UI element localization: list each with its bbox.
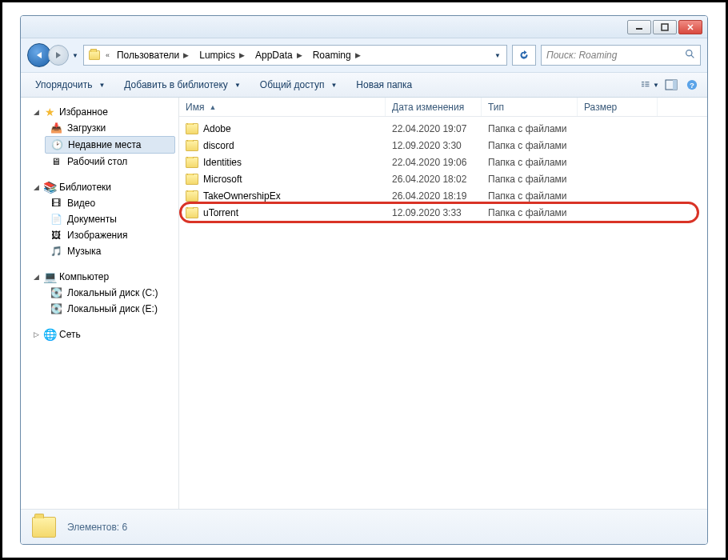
column-label: Размер [584, 102, 617, 113]
search-input[interactable]: Поиск: Roaming [541, 45, 701, 66]
dropdown-icon: ▼ [330, 82, 337, 89]
sidebar-item-label: Документы [67, 214, 117, 225]
table-row[interactable]: discord12.09.2020 3:30Папка с файлами [179, 137, 707, 154]
folder-icon [186, 190, 198, 202]
sidebar-item-label: Музыка [67, 246, 101, 257]
navigation-bar: ▼ « Пользователи▶ Lumpics▶ AppData▶ Roam… [21, 38, 707, 72]
column-name[interactable]: Имя▲ [179, 98, 386, 116]
minimize-button[interactable] [627, 20, 651, 34]
rows-container: Adobe22.04.2020 19:07Папка с файламиdisc… [179, 117, 707, 509]
share-button[interactable]: Общий доступ▼ [252, 76, 346, 94]
refresh-button[interactable] [512, 45, 536, 66]
svg-rect-5 [642, 84, 644, 85]
cell-type: Папка с файлами [482, 157, 578, 168]
disclosure-icon: ◢ [32, 273, 40, 281]
file-name: Microsoft [203, 174, 242, 185]
column-label: Имя [186, 102, 204, 113]
sidebar-item-music[interactable]: 🎵Музыка [21, 243, 178, 259]
close-button[interactable] [678, 20, 702, 34]
chevron-right-icon[interactable]: ▶ [353, 51, 363, 59]
sidebar-item-label: Локальный диск (C:) [67, 287, 158, 298]
table-row[interactable]: TakeOwnershipEx26.04.2020 18:19Папка с ф… [179, 187, 707, 204]
sidebar-head-computer[interactable]: ◢ 💻 Компьютер [21, 269, 178, 285]
history-dropdown-icon[interactable]: ▼ [72, 52, 78, 59]
column-headers: Имя▲ Дата изменения Тип Размер [179, 98, 707, 117]
file-name: discord [203, 140, 234, 151]
file-name: Adobe [203, 123, 231, 134]
breadcrumb-appdata[interactable]: AppData▶ [252, 46, 308, 65]
sidebar-item-documents[interactable]: 📄Документы [21, 211, 178, 227]
sidebar-item-video[interactable]: 🎞Видео [21, 195, 178, 211]
sidebar-item-desktop[interactable]: 🖥 Рабочий стол [21, 154, 178, 170]
sort-asc-icon: ▲ [209, 103, 216, 111]
navigation-pane: ◢ ★ Избранное 📥 Загрузки 🕑 Недавние мест… [21, 98, 179, 509]
sidebar-head-network[interactable]: ▷ 🌐 Сеть [21, 326, 178, 342]
table-row[interactable]: Identities22.04.2020 19:06Папка с файлам… [179, 154, 707, 170]
new-folder-button[interactable]: Новая папка [348, 76, 420, 94]
view-options-button[interactable]: ▼ [642, 76, 659, 94]
sidebar-item-recent[interactable]: 🕑 Недавние места [45, 136, 175, 154]
breadcrumb-label: Lumpics [199, 50, 235, 61]
address-bar[interactable]: « Пользователи▶ Lumpics▶ AppData▶ Roamin… [83, 45, 507, 66]
cell-name: TakeOwnershipEx [179, 190, 386, 202]
cell-date: 26.04.2020 18:19 [386, 190, 482, 202]
table-row[interactable]: uTorrent12.09.2020 3:33Папка с файлами [179, 204, 707, 221]
maximize-button[interactable] [653, 20, 677, 34]
chevron-right-icon[interactable]: ▶ [181, 51, 191, 59]
chevron-right-icon[interactable]: ▶ [237, 51, 247, 59]
svg-text:?: ? [690, 81, 694, 90]
table-row[interactable]: Adobe22.04.2020 19:07Папка с файлами [179, 120, 707, 137]
svg-rect-11 [673, 80, 677, 90]
download-icon: 📥 [50, 122, 62, 134]
breadcrumb-roaming[interactable]: Roaming▶ [310, 46, 366, 65]
drive-icon: 💽 [50, 286, 62, 299]
drive-icon: 💽 [50, 302, 62, 315]
column-type[interactable]: Тип [482, 98, 578, 116]
libraries-icon: 📚 [43, 181, 56, 194]
music-icon: 🎵 [50, 245, 62, 258]
cell-type: Папка с файлами [482, 174, 578, 185]
sidebar-item-label: Рабочий стол [67, 156, 127, 167]
preview-pane-button[interactable] [662, 76, 680, 94]
folder-icon [186, 140, 198, 151]
folder-icon [87, 48, 102, 62]
sidebar-head-libraries[interactable]: ◢ 📚 Библиотеки [21, 179, 178, 195]
cell-date: 12.09.2020 3:33 [386, 207, 482, 218]
cell-name: uTorrent [179, 207, 386, 218]
content-area: ◢ ★ Избранное 📥 Загрузки 🕑 Недавние мест… [21, 98, 707, 509]
cell-name: discord [179, 140, 386, 151]
sidebar-item-downloads[interactable]: 📥 Загрузки [21, 120, 178, 136]
favorites-icon: ★ [43, 106, 56, 118]
disclosure-icon: ◢ [32, 183, 40, 191]
column-date[interactable]: Дата изменения [386, 98, 482, 116]
breadcrumb-label: Roaming [313, 50, 351, 61]
sidebar-item-drive-c[interactable]: 💽Локальный диск (C:) [21, 285, 178, 301]
column-size[interactable]: Размер [578, 98, 658, 116]
file-name: uTorrent [203, 207, 238, 218]
sidebar-item-label: Локальный диск (E:) [67, 303, 158, 314]
sidebar-item-drive-e[interactable]: 💽Локальный диск (E:) [21, 301, 178, 317]
chevron-right-icon[interactable]: ▶ [294, 51, 305, 59]
breadcrumb-label: AppData [255, 50, 293, 61]
forward-button[interactable] [48, 45, 69, 66]
table-row[interactable]: Microsoft26.04.2020 18:02Папка с файлами [179, 170, 707, 187]
address-dropdown-button[interactable]: ▼ [487, 46, 505, 64]
column-label: Тип [488, 102, 504, 113]
folder-icon [32, 517, 56, 538]
command-bar: Упорядочить▼ Добавить в библиотеку▼ Общи… [21, 72, 707, 98]
chevron-right-icon[interactable]: « [103, 51, 112, 59]
breadcrumb-users[interactable]: Пользователи▶ [114, 46, 194, 65]
dropdown-icon: ▼ [98, 82, 105, 89]
pictures-icon: 🖼 [50, 229, 62, 242]
folder-icon [186, 174, 198, 185]
sidebar-item-label: Видео [67, 198, 95, 209]
organize-button[interactable]: Упорядочить▼ [27, 76, 113, 94]
sidebar-head-favorites[interactable]: ◢ ★ Избранное [21, 104, 178, 120]
breadcrumb-label: Пользователи [117, 50, 179, 61]
help-button[interactable]: ? [683, 76, 701, 94]
breadcrumb-lumpics[interactable]: Lumpics▶ [196, 46, 250, 65]
sidebar-item-pictures[interactable]: 🖼Изображения [21, 227, 178, 243]
add-to-library-button[interactable]: Добавить в библиотеку▼ [116, 76, 248, 94]
explorer-window: ▼ « Пользователи▶ Lumpics▶ AppData▶ Roam… [20, 15, 708, 545]
sidebar-group-libraries: ◢ 📚 Библиотеки 🎞Видео 📄Документы 🖼Изобра… [21, 179, 178, 259]
